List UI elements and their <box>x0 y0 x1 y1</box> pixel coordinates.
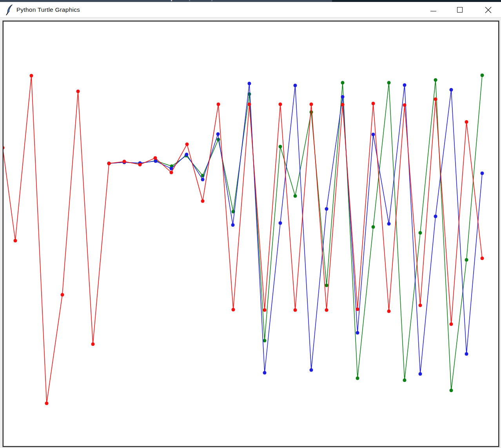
blue-series-marker <box>279 221 282 225</box>
blue-series-marker <box>372 133 375 136</box>
red-series-marker <box>154 156 157 160</box>
maximize-button[interactable] <box>451 2 469 18</box>
green-series-marker <box>465 258 468 262</box>
title-bar[interactable]: Python Turtle Graphics <box>0 2 501 18</box>
red-series-marker <box>201 200 205 203</box>
red-series-marker <box>138 163 142 167</box>
red-series-marker <box>372 102 375 105</box>
green-series-marker <box>419 231 422 235</box>
turtle-canvas-drawing <box>4 22 498 446</box>
blue-series-marker <box>434 215 437 218</box>
green-series-marker <box>356 377 359 380</box>
red-series-marker <box>450 323 453 326</box>
close-button[interactable] <box>479 2 497 18</box>
maximize-icon <box>457 7 463 13</box>
green-series-marker <box>372 225 375 229</box>
red-series-marker <box>465 120 468 124</box>
red-series-marker <box>30 74 33 78</box>
canvas-frame-inner <box>3 21 499 447</box>
green-series-marker <box>387 81 391 85</box>
red-series-marker <box>279 103 282 106</box>
blue-series-marker <box>231 223 235 227</box>
red-series-marker <box>325 308 329 312</box>
background-window-strip-notch <box>171 0 172 1</box>
red-series-marker <box>232 308 235 312</box>
green-series-marker <box>450 389 453 392</box>
red-series-marker <box>217 103 220 106</box>
minimize-button[interactable] <box>424 2 442 18</box>
red-series-marker <box>61 293 64 297</box>
green-series-marker <box>341 81 345 85</box>
blue-series-marker <box>325 207 329 211</box>
blue-series-marker <box>310 368 313 372</box>
green-series-line <box>109 75 482 390</box>
background-window-strip-notch <box>211 0 212 1</box>
blue-series-marker <box>248 82 251 85</box>
canvas-frame <box>2 20 499 447</box>
red-series-marker <box>170 171 173 174</box>
green-series-marker <box>481 74 484 77</box>
red-series-line <box>4 76 482 403</box>
red-series-marker <box>387 310 391 313</box>
red-series-marker <box>14 239 17 243</box>
green-series-marker <box>403 379 407 382</box>
blue-series-marker <box>481 172 484 175</box>
green-series-marker <box>310 111 313 114</box>
red-series-marker <box>419 304 422 307</box>
blue-series-marker <box>185 153 189 156</box>
blue-series-marker <box>294 84 297 87</box>
red-series-marker <box>356 308 359 311</box>
tk-feather-icon <box>5 4 15 15</box>
blue-series-marker <box>263 371 267 375</box>
green-series-marker <box>434 78 437 82</box>
blue-series-marker <box>154 160 158 163</box>
red-series-marker <box>248 103 251 106</box>
red-series-marker <box>481 257 484 260</box>
red-series-marker <box>403 103 407 107</box>
blue-series-marker <box>419 372 422 376</box>
green-series-marker <box>294 194 297 198</box>
close-icon <box>485 7 492 13</box>
red-series-marker <box>91 343 95 346</box>
red-series-marker <box>294 308 297 312</box>
background-window-strip-notch <box>189 0 190 1</box>
red-series-marker <box>310 103 313 106</box>
blue-series-marker <box>216 132 220 136</box>
blue-series-marker <box>201 178 205 181</box>
red-series-marker <box>341 103 345 107</box>
red-series-marker <box>4 146 5 150</box>
green-series-marker <box>325 284 329 287</box>
red-series-marker <box>263 308 267 312</box>
minimize-icon <box>430 11 436 11</box>
blue-series-marker <box>387 222 391 226</box>
red-series-marker <box>76 90 80 93</box>
red-series-marker <box>45 402 49 405</box>
red-series-marker <box>107 162 111 165</box>
green-series-marker <box>279 145 282 149</box>
window-title: Python Turtle Graphics <box>16 2 80 18</box>
red-series-marker <box>123 160 126 163</box>
red-series-marker <box>434 98 437 101</box>
blue-series-marker <box>341 95 345 99</box>
blue-series-marker <box>403 83 407 87</box>
red-series-marker <box>185 143 189 146</box>
blue-series-marker <box>465 352 468 356</box>
blue-series-marker <box>450 88 453 92</box>
green-series-marker <box>263 339 267 343</box>
blue-series-marker <box>356 331 359 335</box>
